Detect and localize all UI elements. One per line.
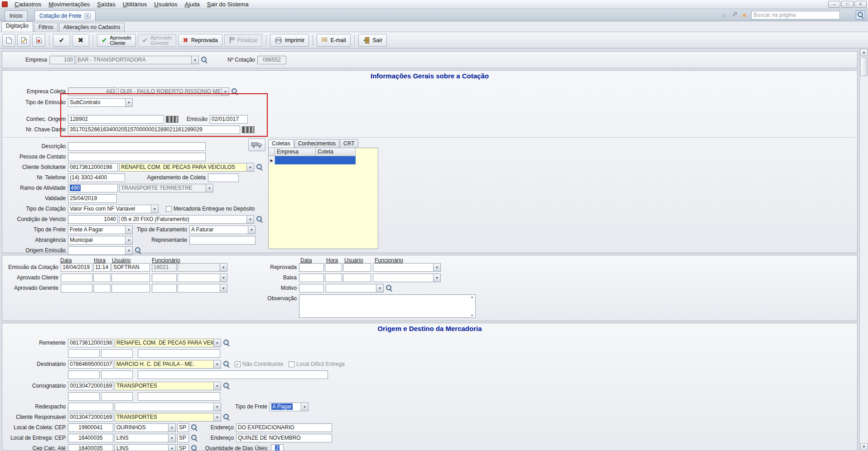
empresa-lookup-icon[interactable] <box>201 56 208 63</box>
tab-close-icon[interactable] <box>85 13 91 19</box>
baixa-funcionario-select[interactable] <box>373 273 441 282</box>
cliente-responsavel-lookup-icon[interactable] <box>223 413 230 421</box>
local-coleta-lookup-icon[interactable] <box>191 424 198 431</box>
baixa-data-field[interactable] <box>299 273 324 282</box>
remetente-extra-field[interactable] <box>68 349 100 358</box>
confirm-button[interactable] <box>53 34 70 47</box>
condicao-code-field[interactable]: 1040 <box>68 215 118 224</box>
cep-calc-cidade-select[interactable]: LINS <box>115 444 176 451</box>
local-coleta-uf-field[interactable]: SP <box>177 423 189 432</box>
scroll-down-icon[interactable] <box>860 443 868 451</box>
empresa-code-field[interactable]: 100 <box>49 56 75 64</box>
new-button[interactable] <box>2 34 15 47</box>
chevron-down-icon[interactable] <box>220 274 227 282</box>
remetente-extra-field[interactable] <box>101 349 133 358</box>
close-button[interactable] <box>854 1 867 8</box>
reprovada-usuario-field[interactable] <box>343 263 371 272</box>
baixa-usuario-field[interactable] <box>343 273 371 282</box>
tab-filtros[interactable]: Filtros <box>34 23 58 32</box>
tipo-emissao-select[interactable]: SubContrato <box>68 98 133 107</box>
reprovada-data-field[interactable] <box>299 263 324 272</box>
menu-utilitarios[interactable]: Utilitários <box>119 0 150 9</box>
chevron-down-icon[interactable] <box>206 184 213 192</box>
aprovado-gerente-funcionario-field[interactable] <box>152 284 177 293</box>
cep-calc-lookup-icon[interactable] <box>191 445 198 451</box>
aprovado-cliente-funcionario-field[interactable] <box>152 273 177 282</box>
reprovada-button[interactable]: Reprovada <box>178 34 222 47</box>
chevron-down-icon[interactable] <box>125 226 132 234</box>
consignatario-lookup-icon[interactable] <box>223 382 230 389</box>
motivo-lookup-icon[interactable] <box>386 284 393 292</box>
aprovado-gerente-hora-field[interactable] <box>93 284 111 293</box>
local-entrega-lookup-icon[interactable] <box>191 434 198 441</box>
telefone-field[interactable]: (14) 3302-4400 <box>68 173 125 182</box>
emissao-funcionario-field[interactable]: 16021 <box>152 263 177 272</box>
coletas-grid[interactable]: Empresa Coleta <box>268 148 378 249</box>
destinatario-lookup-icon[interactable] <box>223 360 230 368</box>
consignatario-extra-field[interactable] <box>68 392 100 401</box>
chevron-down-icon[interactable] <box>433 274 440 282</box>
scroll-up-icon[interactable] <box>860 49 868 56</box>
tipo-frete-select[interactable]: Frete A Pagar <box>68 226 133 234</box>
emissao-hora-field[interactable]: 11:14 <box>93 263 111 272</box>
local-coleta-cidade-select[interactable]: OURINHOS <box>115 423 176 432</box>
reprovada-funcionario-select[interactable] <box>373 263 441 272</box>
cliente-responsavel-code-field[interactable]: 00130472000169 <box>68 413 113 422</box>
tab-digitacao[interactable]: Digitação <box>1 21 33 32</box>
ramo-code-field[interactable]: 490 <box>68 184 118 192</box>
tab-alteracoes-no-cadastro[interactable]: Alterações no Cadastro <box>59 23 125 32</box>
chevron-down-icon[interactable] <box>125 247 132 254</box>
delete-button[interactable] <box>32 34 45 47</box>
aprovado-gerente-data-field[interactable] <box>61 284 92 293</box>
chevron-down-icon[interactable] <box>220 284 227 292</box>
chevron-down-icon[interactable] <box>151 205 158 213</box>
empresa-coleta-select[interactable]: OUR - PAULO ROBERTO RISSONIO ME <box>118 87 229 96</box>
emissao-usuario-field[interactable]: SOFTRAN <box>111 263 150 272</box>
menu-saidas[interactable]: Saídas <box>93 0 119 9</box>
cliente-responsavel-select[interactable]: TRANSPORTES <box>115 413 221 422</box>
local-entrega-cidade-select[interactable]: LINS <box>115 434 176 442</box>
agendamento-field[interactable] <box>208 173 239 182</box>
nao-contribuinte-checkbox[interactable]: Não Contribuinte <box>235 361 283 367</box>
ramo-select[interactable]: TRANSPORTE TERRESTRE <box>119 184 213 192</box>
destinatario-code-field[interactable]: 07864695000107 <box>68 360 113 369</box>
menu-sair-do-sistema[interactable]: Sair do Sistema <box>203 0 252 9</box>
chevron-down-icon[interactable] <box>125 236 132 244</box>
chevron-down-icon[interactable] <box>246 163 254 171</box>
motivo-code-field[interactable] <box>299 284 324 293</box>
chevron-down-icon[interactable] <box>213 403 221 411</box>
aprovado-gerente-usuario-field[interactable] <box>111 284 150 293</box>
chevron-down-icon[interactable] <box>433 264 440 271</box>
tipo-frete-destino-select[interactable]: A Pagar <box>270 403 309 411</box>
cliente-solicitante-lookup-icon[interactable] <box>256 163 263 171</box>
aprovado-cliente-funcionario-select[interactable] <box>178 273 227 282</box>
cep-calc-uf-field[interactable]: SP <box>177 444 189 451</box>
chave-dacte-field[interactable]: 3517015266163400205157000000128902116128… <box>68 125 240 134</box>
smiley-icon[interactable]: ☺ <box>721 12 727 18</box>
chevron-down-icon[interactable] <box>191 56 198 64</box>
abrangencia-select[interactable]: Municipal <box>68 236 133 245</box>
tab-coletas[interactable]: Coletas <box>268 139 294 148</box>
menu-cadastros[interactable]: Cadastros <box>11 0 45 9</box>
search-input[interactable] <box>751 11 840 19</box>
scrollbar-thumb[interactable] <box>860 57 868 76</box>
redespacho-code-field[interactable] <box>68 403 113 411</box>
baixa-hora-field[interactable] <box>325 273 342 282</box>
aprovado-cliente-usuario-field[interactable] <box>111 273 150 282</box>
chevron-down-icon[interactable] <box>248 226 255 234</box>
minimize-button[interactable] <box>828 1 840 8</box>
cliente-solicitante-select[interactable]: RENAFEL COM. DE PECAS PARA VEICULOS <box>119 163 254 172</box>
representante-field[interactable] <box>189 236 256 245</box>
destinatario-extra-field[interactable] <box>68 370 100 379</box>
remetente-extra-field[interactable] <box>138 349 220 358</box>
chevron-down-icon[interactable] <box>222 88 229 96</box>
destinatario-select[interactable]: MARCIO H. C. DE PAULA - ME. <box>115 360 221 369</box>
tab-cotacao-de-frete[interactable]: Cotação de Frete <box>34 10 96 21</box>
mercadoria-deposito-checkbox[interactable]: Mercadoria Entregue no Depósito <box>166 206 255 212</box>
scroll-up-icon[interactable] <box>469 295 475 298</box>
destinatario-extra-field[interactable] <box>138 370 328 379</box>
consignatario-select[interactable]: TRANSPORTES <box>115 382 221 390</box>
observacao-field[interactable] <box>299 294 476 318</box>
vertical-scrollbar[interactable] <box>859 48 868 451</box>
local-entrega-endereco-field[interactable]: QUINZE DE NOVEMBRO <box>236 434 332 442</box>
